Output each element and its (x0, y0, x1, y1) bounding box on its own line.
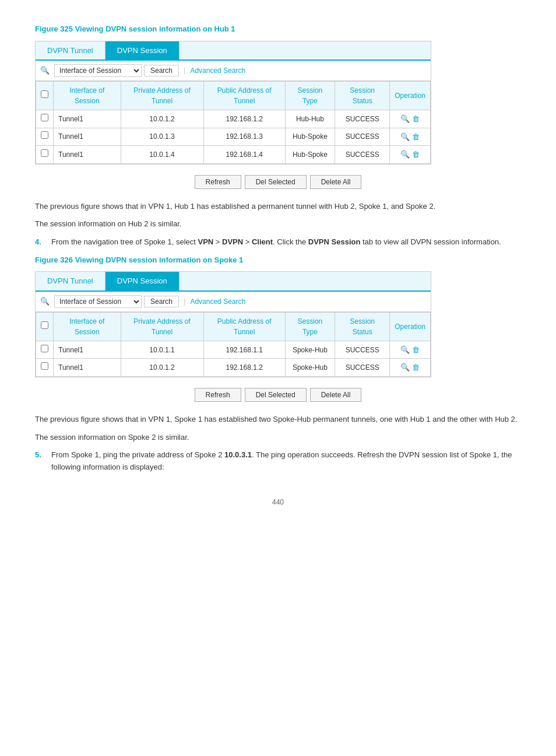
advanced-search-link-1[interactable]: Advanced Search (190, 65, 245, 76)
view-icon[interactable]: 🔍 (400, 113, 410, 125)
view-icon[interactable]: 🔍 (400, 344, 410, 356)
row-private: 10.0.1.2 (121, 110, 203, 128)
row-private: 10.0.1.2 (121, 359, 203, 377)
row-operation: 🔍 🗑 (390, 110, 431, 128)
tab-dvpn-tunnel-2[interactable]: DVPN Tunnel (36, 272, 105, 290)
table-row: Tunnel1 10.0.1.4 192.168.1.4 Hub-Spoke S… (36, 146, 431, 164)
panel-1: DVPN Tunnel DVPN Session 🔍 Interface of … (35, 41, 431, 164)
row-iface: Tunnel1 (54, 359, 121, 377)
search-button-2[interactable]: Search (144, 296, 179, 307)
delete-all-button-2[interactable]: Delete All (310, 388, 362, 402)
tab-dvpn-session-1[interactable]: DVPN Session (105, 41, 180, 60)
delete-icon[interactable]: 🗑 (412, 149, 420, 160)
row-iface: Tunnel1 (54, 128, 121, 146)
row-operation: 🔍 🗑 (390, 341, 431, 359)
col-op-2: Operation (390, 312, 431, 341)
col-op-1: Operation (390, 82, 431, 110)
step-4-bold-vpn: VPN (198, 237, 213, 246)
search-dropdown-1[interactable]: Interface of Session (54, 64, 142, 77)
col-type-2: Session Type (285, 312, 335, 341)
row-status: SUCCESS (335, 110, 390, 128)
paragraph-2: The session information on Hub 2 is simi… (35, 218, 521, 230)
table-2: Interface of Session Private Address of … (36, 312, 431, 377)
step-5-ip: 10.0.3.1 (224, 450, 252, 459)
row-iface: Tunnel1 (54, 110, 121, 128)
row-private: 10.0.1.1 (121, 341, 203, 359)
paragraph-4: The session information on Spoke 2 is si… (35, 432, 521, 444)
search-dropdown-2[interactable]: Interface of Session (54, 295, 142, 308)
search-bar-2: 🔍 Interface of Session Search | Advanced… (36, 292, 431, 312)
step-5: 5. From Spoke 1, ping the private addres… (35, 449, 521, 474)
advanced-search-link-2[interactable]: Advanced Search (190, 296, 245, 307)
paragraph-1: The previous figure shows that in VPN 1,… (35, 201, 521, 213)
row-public: 192.168.1.1 (203, 341, 285, 359)
delete-all-button-1[interactable]: Delete All (310, 175, 362, 189)
view-icon[interactable]: 🔍 (400, 149, 410, 160)
tab-bar-1: DVPN Tunnel DVPN Session (36, 41, 431, 61)
search-button-1[interactable]: Search (144, 65, 179, 76)
step-4-bold-dvpn: DVPN (222, 237, 243, 246)
row-type: Spoke-Hub (285, 359, 335, 377)
row-public: 192.168.1.4 (203, 146, 285, 164)
delete-icon[interactable]: 🗑 (412, 113, 420, 125)
tab-dvpn-tunnel-1[interactable]: DVPN Tunnel (36, 41, 105, 60)
del-selected-button-1[interactable]: Del Selected (245, 175, 307, 189)
refresh-button-2[interactable]: Refresh (195, 388, 241, 402)
row-status: SUCCESS (335, 128, 390, 146)
delete-icon[interactable]: 🗑 (412, 362, 420, 373)
refresh-button-1[interactable]: Refresh (195, 175, 241, 189)
table-1: Interface of Session Private Address of … (36, 81, 431, 164)
row-private: 10.0.1.3 (121, 128, 203, 146)
row-checkbox[interactable] (36, 146, 54, 164)
col-public-1: Public Address of Tunnel (203, 82, 285, 110)
separator-1: | (184, 65, 185, 76)
row-checkbox[interactable] (36, 110, 54, 128)
col-status-2: Session Status (335, 312, 390, 341)
view-icon[interactable]: 🔍 (400, 131, 410, 143)
search-icon-2: 🔍 (40, 296, 50, 307)
row-checkbox[interactable] (36, 359, 54, 377)
step-4-num: 4. (35, 236, 47, 249)
search-icon-1: 🔍 (40, 65, 50, 76)
row-status: SUCCESS (335, 341, 390, 359)
row-operation: 🔍 🗑 (390, 359, 431, 377)
row-operation: 🔍 🗑 (390, 128, 431, 146)
select-all-checkbox-1[interactable] (41, 90, 48, 98)
button-row-2: Refresh Del Selected Delete All (35, 388, 521, 402)
del-selected-button-2[interactable]: Del Selected (245, 388, 307, 402)
row-status: SUCCESS (335, 146, 390, 164)
row-public: 192.168.1.2 (203, 110, 285, 128)
tab-dvpn-session-2[interactable]: DVPN Session (105, 272, 180, 290)
row-checkbox[interactable] (36, 341, 54, 359)
col-iface-1: Interface of Session (54, 82, 121, 110)
delete-icon[interactable]: 🗑 (412, 131, 420, 143)
row-iface: Tunnel1 (54, 341, 121, 359)
tab-bar-2: DVPN Tunnel DVPN Session (36, 272, 431, 292)
row-checkbox[interactable] (36, 128, 54, 146)
delete-icon[interactable]: 🗑 (412, 344, 420, 356)
figure-326-title: Figure 326 Viewing DVPN session informat… (35, 254, 521, 266)
row-type: Hub-Spoke (285, 146, 335, 164)
col-type-1: Session Type (285, 82, 335, 110)
row-public: 192.168.1.3 (203, 128, 285, 146)
button-row-1: Refresh Del Selected Delete All (35, 175, 521, 189)
table-row: Tunnel1 10.0.1.3 192.168.1.3 Hub-Spoke S… (36, 128, 431, 146)
view-icon[interactable]: 🔍 (400, 362, 410, 373)
row-type: Hub-Spoke (285, 128, 335, 146)
page-number: 440 (35, 497, 521, 508)
table-row: Tunnel1 10.0.1.2 192.168.1.2 Spoke-Hub S… (36, 359, 431, 377)
search-bar-1: 🔍 Interface of Session Search | Advanced… (36, 61, 431, 81)
select-all-checkbox-2[interactable] (41, 321, 48, 329)
step-4: 4. From the navigation tree of Spoke 1, … (35, 236, 521, 249)
col-status-1: Session Status (335, 82, 390, 110)
table-row: Tunnel1 10.0.1.2 192.168.1.2 Hub-Hub SUC… (36, 110, 431, 128)
col-iface-2: Interface of Session (54, 312, 121, 341)
figure-325-title: Figure 325 Viewing DVPN session informat… (35, 23, 521, 35)
row-status: SUCCESS (335, 359, 390, 377)
row-operation: 🔍 🗑 (390, 146, 431, 164)
step-5-num: 5. (35, 449, 47, 474)
row-type: Spoke-Hub (285, 341, 335, 359)
paragraph-3: The previous figure shows that in VPN 1,… (35, 414, 521, 426)
row-iface: Tunnel1 (54, 146, 121, 164)
separator-2: | (184, 296, 185, 307)
